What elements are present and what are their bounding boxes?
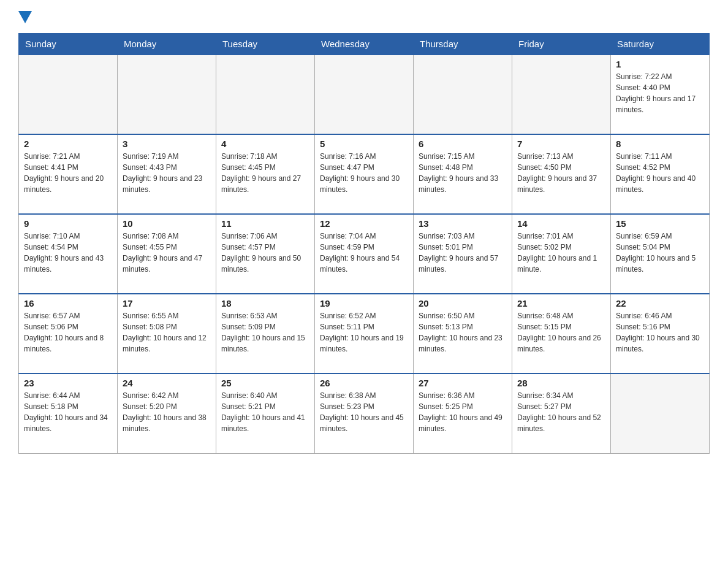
calendar-week-2: 9Sunrise: 7:10 AM Sunset: 4:54 PM Daylig… — [19, 214, 710, 294]
calendar-week-1: 2Sunrise: 7:21 AM Sunset: 4:41 PM Daylig… — [19, 134, 710, 214]
day-info: Sunrise: 7:11 AM Sunset: 4:52 PM Dayligh… — [616, 151, 704, 195]
day-info: Sunrise: 7:10 AM Sunset: 4:54 PM Dayligh… — [24, 231, 112, 275]
calendar-body: 1Sunrise: 7:22 AM Sunset: 4:40 PM Daylig… — [19, 55, 710, 453]
calendar-cell: 16Sunrise: 6:57 AM Sunset: 5:06 PM Dayli… — [19, 294, 118, 373]
calendar-table: SundayMondayTuesdayWednesdayThursdayFrid… — [18, 33, 710, 454]
day-number: 4 — [221, 139, 309, 149]
day-info: Sunrise: 7:08 AM Sunset: 4:55 PM Dayligh… — [123, 231, 211, 275]
calendar-cell — [315, 55, 414, 134]
header-row: SundayMondayTuesdayWednesdayThursdayFrid… — [19, 34, 710, 55]
logo — [18, 12, 32, 27]
day-info: Sunrise: 7:01 AM Sunset: 5:02 PM Dayligh… — [517, 231, 605, 275]
day-info: Sunrise: 7:13 AM Sunset: 4:50 PM Dayligh… — [517, 151, 605, 195]
day-number: 10 — [123, 218, 211, 229]
header-day-wednesday: Wednesday — [315, 34, 414, 55]
day-info: Sunrise: 7:22 AM Sunset: 4:40 PM Dayligh… — [616, 71, 704, 115]
day-info: Sunrise: 6:53 AM Sunset: 5:09 PM Dayligh… — [221, 310, 309, 354]
calendar-cell: 21Sunrise: 6:48 AM Sunset: 5:15 PM Dayli… — [512, 294, 611, 373]
calendar-cell — [414, 55, 512, 134]
header-day-monday: Monday — [118, 34, 216, 55]
day-info: Sunrise: 7:04 AM Sunset: 4:59 PM Dayligh… — [320, 231, 408, 275]
calendar-week-0: 1Sunrise: 7:22 AM Sunset: 4:40 PM Daylig… — [19, 55, 710, 134]
header-day-thursday: Thursday — [414, 34, 512, 55]
calendar-cell: 7Sunrise: 7:13 AM Sunset: 4:50 PM Daylig… — [512, 134, 611, 214]
day-number: 23 — [24, 378, 112, 388]
calendar-cell: 14Sunrise: 7:01 AM Sunset: 5:02 PM Dayli… — [512, 214, 611, 294]
day-info: Sunrise: 6:57 AM Sunset: 5:06 PM Dayligh… — [24, 310, 112, 354]
day-info: Sunrise: 6:52 AM Sunset: 5:11 PM Dayligh… — [320, 310, 408, 354]
calendar-cell: 2Sunrise: 7:21 AM Sunset: 4:41 PM Daylig… — [19, 134, 118, 214]
calendar-cell — [611, 373, 710, 453]
day-info: Sunrise: 6:38 AM Sunset: 5:23 PM Dayligh… — [320, 390, 408, 434]
calendar-cell: 10Sunrise: 7:08 AM Sunset: 4:55 PM Dayli… — [118, 214, 216, 294]
logo-triangle-icon — [18, 11, 32, 26]
calendar-cell — [19, 55, 118, 134]
day-info: Sunrise: 7:16 AM Sunset: 4:47 PM Dayligh… — [320, 151, 408, 195]
calendar-cell: 15Sunrise: 6:59 AM Sunset: 5:04 PM Dayli… — [611, 214, 710, 294]
calendar-cell: 17Sunrise: 6:55 AM Sunset: 5:08 PM Dayli… — [118, 294, 216, 373]
calendar-cell: 27Sunrise: 6:36 AM Sunset: 5:25 PM Dayli… — [414, 373, 512, 453]
calendar-cell: 5Sunrise: 7:16 AM Sunset: 4:47 PM Daylig… — [315, 134, 414, 214]
day-number: 15 — [616, 218, 704, 229]
day-number: 13 — [419, 218, 507, 229]
calendar-cell — [512, 55, 611, 134]
day-number: 2 — [24, 139, 112, 149]
day-info: Sunrise: 6:46 AM Sunset: 5:16 PM Dayligh… — [616, 310, 704, 354]
calendar-cell: 8Sunrise: 7:11 AM Sunset: 4:52 PM Daylig… — [611, 134, 710, 214]
day-number: 3 — [123, 139, 211, 149]
day-number: 11 — [221, 218, 309, 229]
day-info: Sunrise: 7:15 AM Sunset: 4:48 PM Dayligh… — [419, 151, 507, 195]
day-info: Sunrise: 6:42 AM Sunset: 5:20 PM Dayligh… — [123, 390, 211, 434]
calendar-cell: 11Sunrise: 7:06 AM Sunset: 4:57 PM Dayli… — [216, 214, 315, 294]
day-number: 17 — [123, 298, 211, 308]
header-day-sunday: Sunday — [19, 34, 118, 55]
day-info: Sunrise: 6:48 AM Sunset: 5:15 PM Dayligh… — [517, 310, 605, 354]
day-number: 20 — [419, 298, 507, 308]
calendar-cell: 3Sunrise: 7:19 AM Sunset: 4:43 PM Daylig… — [118, 134, 216, 214]
day-number: 12 — [320, 218, 408, 229]
calendar-cell: 4Sunrise: 7:18 AM Sunset: 4:45 PM Daylig… — [216, 134, 315, 214]
calendar-cell: 24Sunrise: 6:42 AM Sunset: 5:20 PM Dayli… — [118, 373, 216, 453]
calendar-week-4: 23Sunrise: 6:44 AM Sunset: 5:18 PM Dayli… — [19, 373, 710, 453]
header-day-friday: Friday — [512, 34, 611, 55]
day-info: Sunrise: 7:19 AM Sunset: 4:43 PM Dayligh… — [123, 151, 211, 195]
day-number: 16 — [24, 298, 112, 308]
calendar-cell: 19Sunrise: 6:52 AM Sunset: 5:11 PM Dayli… — [315, 294, 414, 373]
day-number: 25 — [221, 378, 309, 388]
header-day-saturday: Saturday — [611, 34, 710, 55]
page-header — [18, 12, 710, 27]
day-number: 24 — [123, 378, 211, 388]
calendar-cell: 22Sunrise: 6:46 AM Sunset: 5:16 PM Dayli… — [611, 294, 710, 373]
day-number: 27 — [419, 378, 507, 388]
day-info: Sunrise: 7:06 AM Sunset: 4:57 PM Dayligh… — [221, 231, 309, 275]
day-number: 8 — [616, 139, 704, 149]
day-number: 9 — [24, 218, 112, 229]
day-number: 1 — [616, 59, 704, 69]
day-info: Sunrise: 6:34 AM Sunset: 5:27 PM Dayligh… — [517, 390, 605, 434]
day-number: 28 — [517, 378, 605, 388]
day-info: Sunrise: 7:03 AM Sunset: 5:01 PM Dayligh… — [419, 231, 507, 275]
calendar-cell — [216, 55, 315, 134]
calendar-week-3: 16Sunrise: 6:57 AM Sunset: 5:06 PM Dayli… — [19, 294, 710, 373]
day-info: Sunrise: 7:21 AM Sunset: 4:41 PM Dayligh… — [24, 151, 112, 195]
calendar-cell: 20Sunrise: 6:50 AM Sunset: 5:13 PM Dayli… — [414, 294, 512, 373]
day-number: 7 — [517, 139, 605, 149]
calendar-cell: 28Sunrise: 6:34 AM Sunset: 5:27 PM Dayli… — [512, 373, 611, 453]
calendar-header: SundayMondayTuesdayWednesdayThursdayFrid… — [19, 34, 710, 55]
day-number: 6 — [419, 139, 507, 149]
calendar-cell: 1Sunrise: 7:22 AM Sunset: 4:40 PM Daylig… — [611, 55, 710, 134]
day-info: Sunrise: 6:55 AM Sunset: 5:08 PM Dayligh… — [123, 310, 211, 354]
day-number: 5 — [320, 139, 408, 149]
svg-marker-0 — [18, 11, 32, 23]
day-info: Sunrise: 6:36 AM Sunset: 5:25 PM Dayligh… — [419, 390, 507, 434]
calendar-cell: 6Sunrise: 7:15 AM Sunset: 4:48 PM Daylig… — [414, 134, 512, 214]
day-number: 18 — [221, 298, 309, 308]
day-info: Sunrise: 6:40 AM Sunset: 5:21 PM Dayligh… — [221, 390, 309, 434]
day-number: 26 — [320, 378, 408, 388]
calendar-cell: 18Sunrise: 6:53 AM Sunset: 5:09 PM Dayli… — [216, 294, 315, 373]
day-number: 14 — [517, 218, 605, 229]
calendar-cell: 25Sunrise: 6:40 AM Sunset: 5:21 PM Dayli… — [216, 373, 315, 453]
day-number: 22 — [616, 298, 704, 308]
day-info: Sunrise: 6:50 AM Sunset: 5:13 PM Dayligh… — [419, 310, 507, 354]
calendar-cell: 26Sunrise: 6:38 AM Sunset: 5:23 PM Dayli… — [315, 373, 414, 453]
